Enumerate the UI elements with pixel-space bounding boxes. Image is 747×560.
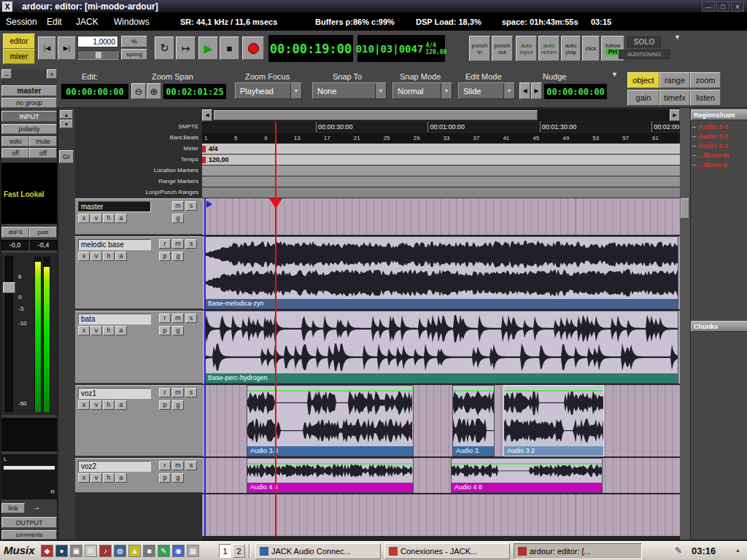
strip-comments-button[interactable]: comments [1, 530, 57, 540]
nudge-clock[interactable]: 00:00:00:00 [544, 84, 607, 99]
launcher-icon-7[interactable]: ■ [143, 545, 155, 557]
track-view-button[interactable]: v [90, 326, 102, 335]
edit-tool-listen[interactable]: listen [690, 90, 721, 106]
edit-tool-timefx[interactable]: timefx [659, 90, 690, 106]
track-name[interactable]: voz1 [78, 388, 151, 399]
zoom-out-button[interactable]: ⊖ [131, 83, 146, 99]
strip-input-button[interactable]: INPUT [1, 111, 57, 122]
taskbar-window-2[interactable]: ardour: editor: [... [514, 543, 642, 559]
ruler-tempo[interactable]: 120,00 [202, 155, 680, 166]
window-titlebar[interactable]: X ardour: editor: [mi-modo-ardour] — □ × [0, 0, 747, 13]
primary-transport-clock[interactable]: 00:00:19:00 [268, 35, 353, 62]
track-record-arm-button[interactable]: r [159, 461, 171, 470]
mixer-button[interactable]: mixer [3, 49, 35, 64]
punch-out-button[interactable]: punch out [492, 36, 513, 61]
track-solo-button[interactable]: s [185, 461, 197, 470]
chunks-panel-header[interactable]: Chunks [691, 321, 747, 332]
zoom-span-clock[interactable]: 00:02:01:25 [163, 84, 226, 99]
go-to-start-button[interactable]: |◀ [38, 36, 56, 60]
ruler-loop-punch[interactable] [202, 187, 680, 198]
launcher-icon-3[interactable]: ✉ [85, 545, 97, 557]
scroll-left-button[interactable]: ◀ [202, 109, 212, 121]
gain-automation-line[interactable] [452, 463, 602, 464]
edit-point-clock[interactable]: 00:00:00:00 [61, 84, 128, 99]
link-button[interactable]: link [1, 503, 25, 513]
track-record-arm-button[interactable]: r [159, 314, 171, 323]
taskbar-window-1[interactable]: Conexiones - JACK... [384, 543, 510, 559]
audio-region-voz2-1[interactable]: Audio 4 8 [451, 458, 603, 493]
solo-indicator[interactable]: SOLO [627, 36, 661, 47]
taskbar-clock[interactable]: 03:16 [692, 545, 716, 556]
mouse-mode-range[interactable]: range [659, 72, 690, 88]
track-solo-button[interactable]: s [185, 201, 197, 211]
snap-mode-select[interactable]: Normal ▼ [392, 82, 452, 99]
strip-hide-button[interactable]: × [47, 69, 57, 79]
peak-display[interactable]: -0,4 [30, 240, 57, 250]
ruler-bars-beats[interactable]: 15913172125293337414549535761 [202, 133, 680, 144]
track-automation-button[interactable]: a [115, 326, 127, 335]
launcher-icon-6[interactable]: ▲ [128, 545, 141, 557]
launcher-icon-10[interactable]: ▦ [187, 545, 199, 557]
empty-track-area[interactable] [202, 494, 680, 536]
taskbar-corner-icon[interactable]: ▲ [735, 548, 740, 553]
shuttle-units-button[interactable]: % [121, 36, 147, 47]
ruler-smpte[interactable]: 00:00:30:0000:01:00:0000:01:30:0000:02:0… [202, 122, 680, 133]
track-hide-button[interactable]: x [78, 252, 90, 261]
processor-plugin-label[interactable]: Fast Lookal [4, 190, 44, 198]
auditioning-indicator[interactable]: AUDITIONING [619, 50, 670, 59]
workspace-button-2[interactable]: 2 [233, 544, 245, 558]
gain-display[interactable]: -0,0 [1, 240, 28, 250]
playhead-line[interactable] [275, 122, 276, 536]
track-lane-voz2[interactable]: Audio 4 4Audio 4 8 [202, 458, 680, 493]
auto-return-button[interactable]: auto return [538, 36, 560, 61]
menu-jack[interactable]: JACK [76, 17, 98, 27]
launcher-icon-0[interactable]: ◆ [41, 545, 53, 557]
track-header-voz2[interactable]: voz2rmsxvhapg [75, 458, 202, 493]
processor-box[interactable]: Fast Lookal [1, 163, 57, 224]
scroll-tracks-down-button[interactable]: ▼ [60, 120, 73, 128]
gain-fader-track[interactable] [5, 256, 13, 412]
workspace-button-1[interactable]: 1 [219, 544, 231, 558]
track-mute-button[interactable]: m [172, 461, 184, 470]
menu-session[interactable]: Session [6, 17, 37, 27]
gain-automation-line[interactable] [504, 390, 603, 392]
edit-tool-gain[interactable]: gain [627, 90, 659, 106]
strip-group-button[interactable]: no group [1, 98, 57, 108]
editor-button[interactable]: editor [3, 34, 35, 49]
track-mute-button[interactable]: m [172, 239, 184, 249]
auto-play-button[interactable]: auto play [561, 36, 581, 61]
audio-region-voz2-0[interactable]: Audio 4 4 [247, 458, 414, 493]
click-button[interactable]: click [582, 36, 600, 61]
track-automation-button[interactable]: a [115, 252, 127, 261]
track-name[interactable]: melodic base [78, 239, 151, 250]
scroll-right-button[interactable]: ▶ [670, 109, 680, 121]
playhead-marker[interactable] [269, 198, 282, 209]
record-button[interactable] [242, 36, 264, 60]
mouse-mode-object[interactable]: object [627, 72, 659, 88]
close-button[interactable]: × [731, 1, 744, 12]
meter-value[interactable]: 4/4 [209, 145, 218, 152]
session-start-marker[interactable] [206, 201, 212, 208]
strip-rec-button[interactable]: off [1, 148, 29, 158]
track-solo-button[interactable]: s [185, 239, 197, 249]
stop-button[interactable]: ■ [220, 36, 239, 60]
track-height-button[interactable]: h [103, 326, 115, 335]
regions-panel-header[interactable]: Regions/nam [691, 109, 747, 120]
launcher-icon-2[interactable]: ▣ [70, 545, 82, 557]
launcher-icon-9[interactable]: ◉ [172, 545, 185, 557]
ruler-range-markers[interactable] [202, 176, 680, 187]
region-list-item-0[interactable]: –Audio 3-1 [691, 122, 747, 132]
launcher-icon-4[interactable]: ♪ [99, 545, 112, 557]
audio-region-voz1-0[interactable]: Audio 3.8 [247, 385, 414, 456]
snap-to-select[interactable]: None ▼ [312, 82, 387, 99]
track-lane-voz1[interactable]: Audio 3.8Audio 3.Audio 3 2 [202, 385, 680, 456]
gain-fader-handle[interactable] [3, 282, 15, 293]
audio-region-voz1-1[interactable]: Audio 3. [452, 385, 495, 456]
track-height-button[interactable]: h [103, 252, 115, 261]
region-list-item-4[interactable]: –.../Base-p [691, 160, 747, 170]
tempo-value[interactable]: 120,00 [209, 156, 229, 163]
track-height-button[interactable]: h [103, 400, 115, 410]
mouse-mode-zoom[interactable]: zoom [690, 72, 721, 88]
menu-edit[interactable]: Edit [47, 17, 62, 27]
track-playlist-button[interactable]: p [159, 326, 171, 335]
